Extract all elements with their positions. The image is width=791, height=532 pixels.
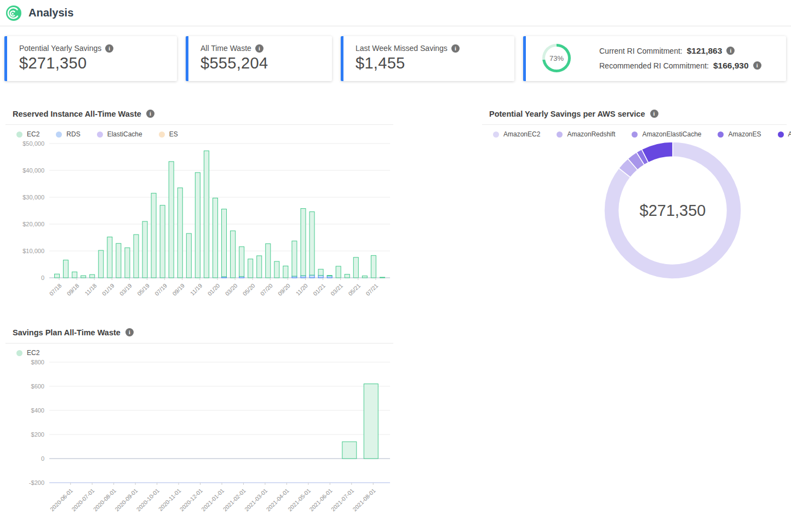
svg-text:05/20: 05/20 [242,282,256,297]
svg-text:09/19: 09/19 [171,282,186,297]
bar-ec2-03/21[interactable] [336,266,341,278]
bar-ec2-08/20[interactable] [274,261,279,278]
sp-waste-bar-chart[interactable]: $800$600$400$2000-$2002020-06-012020-07-… [5,357,393,525]
bar-ec2-02/19[interactable] [116,243,121,278]
legend-dot [16,350,22,356]
legend-label: ES [169,130,178,138]
bar-ec2-09/20[interactable] [283,266,288,278]
card-potential-yearly-savings: Potential Yearly Savings i $271,350 [4,36,177,81]
bar-rds-12/20[interactable] [309,275,314,278]
bar-ec2-07/18[interactable] [55,274,60,278]
bar-ec2-09/18[interactable] [72,272,77,278]
legend-item-amazones[interactable]: AmazonES [718,130,761,138]
legend-dot [97,131,103,138]
bar-ec2-03/19[interactable] [125,248,130,278]
legend-dot [16,131,22,138]
bar-ec2-08/19[interactable] [169,162,174,278]
legend-item-amazonelasticache[interactable]: AmazonElastiCache [632,130,701,138]
bar-ec2-06/21[interactable] [362,276,367,278]
legend-item-amazonrds[interactable]: AmazonRDS [778,130,791,138]
info-icon[interactable]: i [451,44,460,53]
legend-item-amazonredshift[interactable]: AmazonRedshift [557,130,615,138]
bar-ec2-05/19[interactable] [142,221,147,278]
bar-ec2-10/19[interactable] [186,233,191,278]
chart-title: Reserved Instance All-Time Waste [13,110,141,118]
bar-ec2-12/18[interactable] [99,250,104,278]
bar-ec2-06/19[interactable] [151,193,156,278]
info-icon[interactable]: i [255,44,263,53]
top-bar: Analysis [0,0,791,26]
bar-ec2-12/20[interactable] [309,211,314,275]
card-label: Last Week Missed Savings [356,44,448,53]
svg-text:09/20: 09/20 [277,282,291,297]
svg-text:-$200: -$200 [29,479,44,486]
bar-ec2-10/20[interactable] [292,241,297,276]
info-icon[interactable]: i [726,47,735,55]
sp-chart-legend: EC2 [16,349,393,357]
svg-text:$600: $600 [31,383,44,390]
bar-ec2-07/21[interactable] [371,255,376,278]
svg-text:03/19: 03/19 [118,282,133,297]
svg-text:0: 0 [41,274,44,281]
bar-ec2-04/20[interactable] [239,247,244,276]
bar-ec2-04/19[interactable] [134,234,139,278]
legend-label: AmazonES [728,130,761,138]
bar-ec2-12/19[interactable] [204,151,209,278]
bar-ec2-07/19[interactable] [160,205,165,278]
card-value: $271,350 [19,54,168,72]
bar-ec2-11/18[interactable] [90,274,95,278]
bar-ec2-07/20[interactable] [266,244,271,278]
bar-ec2-05/21[interactable] [353,258,358,278]
svg-text:07/18: 07/18 [48,282,62,297]
info-icon[interactable]: i [146,110,154,118]
recommended-ri-commitment-value: $166,930 [713,61,749,71]
svg-text:03/20: 03/20 [223,282,238,297]
bar-ec2-04/21[interactable] [345,274,349,278]
legend-item-amazonec2[interactable]: AmazonEC2 [493,130,540,138]
bar-ec2-2021-07-01[interactable] [342,442,357,459]
svg-text:07/20: 07/20 [259,282,274,297]
legend-dot [778,131,784,138]
bar-rds-01/21[interactable] [318,276,323,278]
bar-ec2-01/20[interactable] [213,198,217,278]
bar-ec2-02/20[interactable] [222,209,227,277]
legend-dot [159,131,165,138]
bar-ec2-2021-08-01[interactable] [364,384,378,459]
ri-waste-bar-chart[interactable]: $50,000$40,000$30,000$20,000$10,000007/1… [5,138,393,311]
anodot-logo-icon [5,5,22,21]
bar-ec2-05/20[interactable] [248,259,253,278]
bar-ec2-11/19[interactable] [195,173,200,278]
bar-ec2-08/18[interactable] [64,260,68,278]
svg-text:$20,000: $20,000 [22,221,44,227]
legend-item-rds[interactable]: RDS [56,130,80,138]
info-icon[interactable]: i [125,328,134,336]
legend-dot [557,131,563,138]
svg-text:11/18: 11/18 [83,282,98,297]
bar-ec2-06/20[interactable] [257,256,262,278]
bar-ec2-08/21[interactable] [380,277,385,278]
legend-item-ec2[interactable]: EC2 [16,130,39,138]
info-icon[interactable]: i [105,44,113,53]
legend-item-ec2[interactable]: EC2 [16,349,39,357]
bar-ec2-03/20[interactable] [231,231,236,278]
savings-plan-waste-chart-block: Savings Plan All-Time Waste i EC2 $800$6… [5,322,393,528]
bar-ec2-02/21[interactable] [327,276,332,276]
bar-rds-11/20[interactable] [301,276,306,278]
bar-ec2-10/18[interactable] [81,276,86,278]
bar-ec2-11/20[interactable] [301,209,306,276]
svg-text:01/19: 01/19 [101,282,116,297]
legend-dot [56,131,62,138]
ri-chart-legend: EC2RDSElastiCacheES [16,130,393,138]
card-label: All Time Waste [200,44,251,53]
card-ri-commitment: 73% Current RI Commitment: $121,863 i Re… [523,36,786,81]
info-icon[interactable]: i [650,110,658,118]
bar-ec2-01/19[interactable] [107,237,112,278]
card-value: $555,204 [200,54,323,72]
svg-text:2021-08-01: 2021-08-01 [351,487,377,513]
legend-item-elasticache[interactable]: ElastiCache [97,130,142,138]
bar-ec2-09/19[interactable] [177,188,182,278]
savings-per-service-donut-chart[interactable]: $271,350 [482,138,787,287]
info-icon[interactable]: i [753,61,761,70]
bar-ec2-01/21[interactable] [318,269,323,275]
legend-item-es[interactable]: ES [159,130,178,138]
